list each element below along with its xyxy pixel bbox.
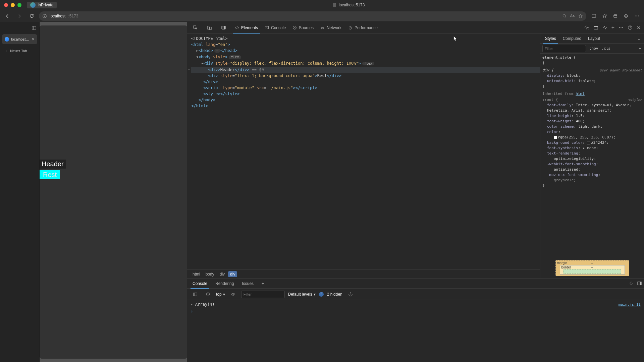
dom-doctype: <!DOCTYPE html> xyxy=(191,36,227,41)
drawer-add-icon[interactable]: + xyxy=(258,279,267,288)
browser-menu-icon[interactable] xyxy=(632,11,641,21)
device-toolbar-icon[interactable] xyxy=(205,23,214,33)
live-expression-icon[interactable] xyxy=(228,290,238,299)
split-screen-icon[interactable] xyxy=(589,11,598,21)
collapse-sidebar-icon[interactable] xyxy=(40,27,42,34)
tab-computed[interactable]: Computed xyxy=(559,34,585,43)
console-prompt[interactable]: › xyxy=(191,308,641,315)
styles-filter-input[interactable] xyxy=(542,45,586,52)
url-path: :5173 xyxy=(68,14,78,18)
inspect-element-icon[interactable] xyxy=(191,23,200,33)
favorite-icon[interactable] xyxy=(578,14,583,18)
new-tab-button[interactable]: + Neuer Tab xyxy=(2,46,37,56)
collections-icon[interactable] xyxy=(610,11,620,21)
dom-selected-node[interactable]: ⋯ <div>Header</div> == $0 xyxy=(191,67,540,73)
favorites-icon[interactable] xyxy=(600,11,609,21)
flex-pill[interactable]: flex xyxy=(362,62,374,65)
svg-rect-2 xyxy=(44,15,45,15)
console-log-row[interactable]: ▸ Array(4) main.js:11 xyxy=(191,302,641,307)
gear-icon[interactable] xyxy=(584,25,589,30)
vertical-tab-sidebar: localhost:51 ✕ + Neuer Tab xyxy=(0,22,40,362)
favicon-icon xyxy=(5,37,9,42)
svg-point-31 xyxy=(350,294,351,295)
dock-side-icon[interactable] xyxy=(219,23,228,33)
link-icon[interactable] xyxy=(629,281,634,286)
close-window-icon[interactable] xyxy=(4,3,8,7)
info-count[interactable]: 2 xyxy=(319,292,324,297)
add-tab-icon[interactable]: + xyxy=(611,25,614,31)
tab-elements[interactable]: Elements xyxy=(231,22,261,33)
help-icon[interactable] xyxy=(628,25,633,30)
svg-point-8 xyxy=(638,15,639,16)
tab-console[interactable]: Console xyxy=(261,22,289,33)
tab-label: localhost:51 xyxy=(11,37,30,41)
tab-layout[interactable]: Layout xyxy=(585,34,603,43)
crumb-div-active[interactable]: div xyxy=(228,271,237,277)
back-button[interactable] xyxy=(3,11,12,21)
new-style-icon[interactable]: ＋ xyxy=(638,46,642,51)
tab-styles[interactable]: Styles xyxy=(542,34,559,43)
svg-point-30 xyxy=(232,294,233,295)
context-selector[interactable]: top ▾ xyxy=(216,292,225,297)
page-icon xyxy=(332,3,337,7)
drawer-tab-rendering[interactable]: Rendering xyxy=(212,279,237,288)
traffic-lights xyxy=(4,3,21,7)
browser-toolbar: localhost:5173 Aᴀ xyxy=(0,10,644,22)
page-header-element[interactable]: Header xyxy=(40,160,66,169)
styles-rules[interactable]: element.style { } div {user agent styles… xyxy=(540,54,644,258)
svg-rect-19 xyxy=(594,26,598,27)
source-link[interactable]: main.js:11 xyxy=(619,302,641,307)
inherit-link[interactable]: html xyxy=(576,92,585,96)
dom-tree[interactable]: <!DOCTYPE html> <html lang="en"> ▸<head>… xyxy=(187,34,540,269)
page-rest-element[interactable]: Rest xyxy=(40,170,60,179)
sidebar-toggle-button[interactable] xyxy=(0,22,39,34)
minimize-window-icon[interactable] xyxy=(11,3,15,7)
crumb-div[interactable]: div xyxy=(218,271,227,277)
chevron-down-icon[interactable]: ⌄ xyxy=(635,36,643,41)
read-aloud-icon[interactable]: Aᴀ xyxy=(570,14,575,18)
console-output[interactable]: ▸ Array(4) main.js:11 › xyxy=(187,300,644,362)
hov-toggle[interactable]: :hov xyxy=(589,46,598,51)
forward-button xyxy=(15,11,24,21)
console-filter-input[interactable] xyxy=(241,291,285,298)
log-value: Array(4) xyxy=(195,302,215,307)
box-model[interactable]: margin – border – xyxy=(540,258,644,278)
toolbar-actions xyxy=(589,11,641,21)
tab-network[interactable]: Network xyxy=(317,22,345,33)
crumb-body[interactable]: body xyxy=(204,271,216,277)
console-sidebar-icon[interactable] xyxy=(191,290,200,299)
hidden-count[interactable]: 2 hidden xyxy=(327,292,342,297)
browser-tab[interactable]: localhost:51 ✕ xyxy=(2,34,37,44)
expand-icon[interactable] xyxy=(637,281,642,286)
svg-rect-11 xyxy=(207,26,210,29)
profile-avatar-icon xyxy=(30,2,36,8)
flex-pill[interactable]: flex xyxy=(229,55,241,59)
drawer-tab-issues[interactable]: Issues xyxy=(238,279,257,288)
tab-performance[interactable]: Performance xyxy=(345,22,381,33)
activity-icon[interactable] xyxy=(602,25,607,30)
svg-point-21 xyxy=(621,27,621,28)
reload-button[interactable] xyxy=(27,11,36,21)
maximize-window-icon[interactable] xyxy=(17,3,21,7)
more-icon[interactable] xyxy=(619,25,624,30)
inprivate-badge[interactable]: InPrivate xyxy=(27,2,57,8)
address-bar[interactable]: localhost:5173 Aᴀ xyxy=(39,11,586,21)
tab-sources[interactable]: Sources xyxy=(289,22,317,33)
crumb-html[interactable]: html xyxy=(191,271,202,277)
drawer-tab-console[interactable]: Console xyxy=(189,279,211,288)
cls-toggle[interactable]: .cls xyxy=(602,46,611,51)
close-devtools-icon[interactable]: ✕ xyxy=(637,25,641,31)
detach-icon[interactable] xyxy=(593,25,598,30)
console-settings-icon[interactable] xyxy=(346,290,355,299)
svg-rect-1 xyxy=(44,15,45,17)
log-levels-selector[interactable]: Default levels ▾ xyxy=(288,292,316,297)
extensions-icon[interactable] xyxy=(621,11,631,21)
svg-point-6 xyxy=(635,15,635,16)
svg-rect-9 xyxy=(32,26,36,29)
clear-console-icon[interactable] xyxy=(203,290,213,299)
svg-point-24 xyxy=(630,29,630,29)
site-info-icon[interactable] xyxy=(42,14,47,18)
close-tab-icon[interactable]: ✕ xyxy=(32,37,35,42)
zoom-icon[interactable] xyxy=(562,14,567,18)
svg-rect-15 xyxy=(265,26,269,29)
